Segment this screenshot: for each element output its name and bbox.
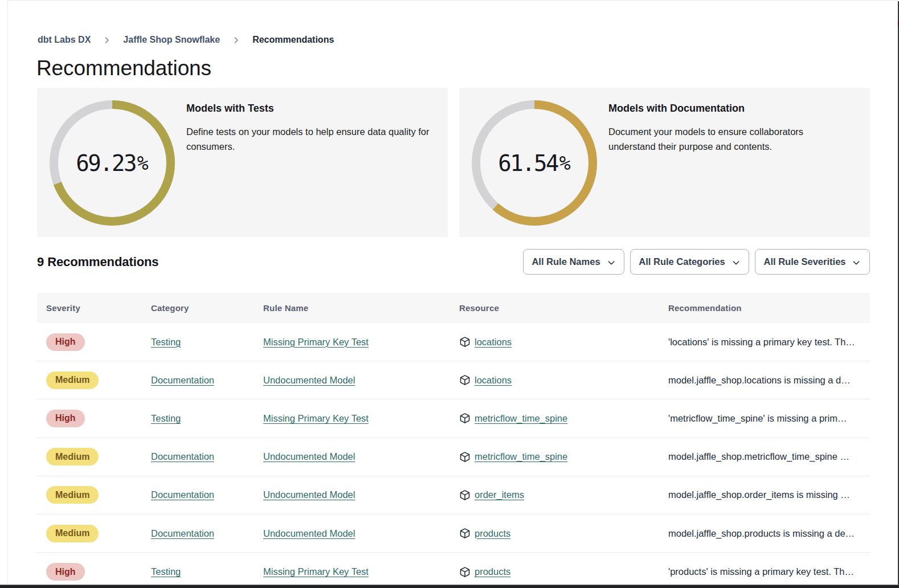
breadcrumb-item-current: Recommendations (252, 35, 334, 45)
recommendation-text: 'metricflow_time_spine' is missing a pri… (668, 413, 870, 424)
column-header-resource: Resource (459, 303, 668, 313)
category-link[interactable]: Documentation (151, 375, 214, 385)
table-row: High Testing Missing Primary Key Test pr… (37, 553, 870, 588)
model-cube-icon (459, 566, 471, 578)
table-row: High Testing Missing Primary Key Test me… (37, 399, 870, 438)
card-info-tests: Models with Tests Define tests on your m… (186, 103, 430, 154)
severity-badge: Medium (46, 525, 99, 542)
severity-badge: Medium (46, 371, 99, 389)
chevron-right-icon (232, 36, 240, 44)
rule-name-link[interactable]: Undocumented Model (263, 451, 355, 462)
donut-chart-documentation: 61.54% (472, 100, 597, 226)
model-cube-icon (459, 336, 471, 348)
category-link[interactable]: Documentation (151, 528, 214, 538)
card-description: Define tests on your models to help ensu… (186, 124, 430, 154)
column-header-category: Category (151, 303, 263, 313)
resource-link[interactable]: order_items (475, 489, 524, 500)
table-header-row: Severity Category Rule Name Resource Rec… (37, 293, 870, 323)
severity-badge: High (46, 333, 85, 351)
model-cube-icon (459, 413, 471, 424)
percent-sign: % (559, 152, 571, 174)
table-row: Medium Documentation Undocumented Model … (37, 476, 870, 514)
resource-link[interactable]: locations (475, 337, 512, 348)
resource-link[interactable]: metricflow_time_spine (475, 451, 567, 462)
chevron-down-icon (852, 258, 861, 267)
severity-badge: High (46, 410, 85, 427)
page-title: Recommendations (36, 56, 211, 80)
breadcrumb-item-account[interactable]: dbt Labs DX (38, 35, 91, 45)
column-header-severity: Severity (46, 303, 151, 313)
percent-sign: % (137, 152, 149, 174)
card-description: Document your models to ensure collabora… (608, 124, 852, 154)
resource-link[interactable]: metricflow_time_spine (475, 413, 567, 424)
filter-label: All Rule Severities (764, 256, 846, 267)
recommendations-count-heading: 9 Recommendations (37, 255, 158, 270)
rule-name-link[interactable]: Undocumented Model (263, 528, 355, 538)
donut-chart-tests: 69.23% (50, 100, 175, 226)
table-row: Medium Documentation Undocumented Model … (37, 514, 870, 553)
model-cube-icon (459, 451, 471, 463)
resource-link[interactable]: products (475, 528, 510, 539)
metric-cards: 69.23% Models with Tests Define tests on… (37, 88, 870, 237)
window-bottom-edge (0, 585, 899, 588)
severity-badge: Medium (46, 448, 99, 466)
chevron-right-icon (103, 36, 111, 44)
rule-name-link[interactable]: Missing Primary Key Test (263, 413, 369, 423)
model-cube-icon (459, 374, 471, 386)
card-title: Models with Documentation (608, 103, 852, 115)
recommendation-text: model.jaffle_shop.products is missing a … (668, 528, 870, 539)
rule-name-link[interactable]: Undocumented Model (263, 489, 355, 500)
sidebar-divider (7, 0, 8, 585)
filter-rule-severities-dropdown[interactable]: All Rule Severities (755, 249, 870, 275)
category-link[interactable]: Testing (151, 337, 181, 347)
category-link[interactable]: Documentation (151, 451, 214, 462)
rule-name-link[interactable]: Undocumented Model (263, 375, 355, 385)
filter-rule-names-dropdown[interactable]: All Rule Names (523, 249, 624, 275)
category-link[interactable]: Testing (151, 566, 181, 577)
breadcrumb-item-project[interactable]: Jaffle Shop Snowflake (123, 35, 220, 45)
card-title: Models with Tests (186, 103, 430, 115)
resource-link[interactable]: products (475, 566, 510, 577)
card-models-with-documentation: 61.54% Models with Documentation Documen… (459, 88, 870, 237)
window-top-border (7, 0, 898, 1)
filters: All Rule Names All Rule Categories All R… (523, 249, 870, 275)
donut-value-tests: 69.23% (50, 100, 175, 226)
donut-value-documentation: 61.54% (472, 100, 597, 226)
column-header-recommendation: Recommendation (668, 303, 870, 313)
recommendation-text: model.jaffle_shop.locations is missing a… (668, 375, 870, 386)
recommendation-text: model.jaffle_shop.order_items is missing… (668, 489, 870, 500)
card-models-with-tests: 69.23% Models with Tests Define tests on… (37, 88, 448, 237)
recommendations-table: Severity Category Rule Name Resource Rec… (37, 293, 870, 588)
rule-name-link[interactable]: Missing Primary Key Test (263, 337, 369, 347)
filter-label: All Rule Names (532, 256, 600, 267)
chevron-down-icon (607, 258, 616, 267)
recommendations-section-header: 9 Recommendations All Rule Names All Rul… (37, 249, 870, 275)
model-cube-icon (459, 528, 471, 539)
table-row: High Testing Missing Primary Key Test lo… (37, 323, 870, 361)
recommendation-text: 'products' is missing a primary key test… (668, 566, 870, 577)
breadcrumb: dbt Labs DX Jaffle Shop Snowflake Recomm… (38, 35, 334, 45)
table-row: Medium Documentation Undocumented Model … (37, 361, 870, 399)
filter-label: All Rule Categories (639, 256, 725, 267)
chevron-down-icon (732, 258, 741, 267)
recommendation-text: 'locations' is missing a primary key tes… (668, 337, 870, 348)
severity-badge: Medium (46, 486, 99, 504)
column-header-rule-name: Rule Name (263, 303, 459, 313)
table-body: High Testing Missing Primary Key Test lo… (37, 323, 870, 588)
severity-badge: High (46, 563, 85, 581)
model-cube-icon (459, 489, 471, 501)
table-row: Medium Documentation Undocumented Model … (37, 438, 870, 476)
resource-link[interactable]: locations (475, 375, 512, 386)
category-link[interactable]: Documentation (151, 489, 214, 500)
card-info-documentation: Models with Documentation Document your … (608, 103, 852, 154)
recommendation-text: model.jaffle_shop.metricflow_time_spine … (668, 451, 870, 462)
filter-rule-categories-dropdown[interactable]: All Rule Categories (630, 249, 749, 275)
category-link[interactable]: Testing (151, 413, 181, 423)
rule-name-link[interactable]: Missing Primary Key Test (263, 566, 369, 577)
